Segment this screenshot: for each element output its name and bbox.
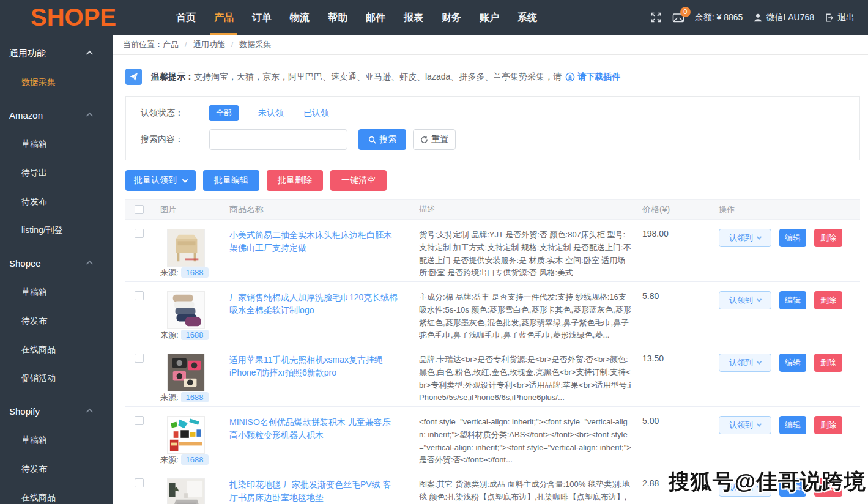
row-checkbox[interactable] [135,478,144,487]
header-actions: 操作 [713,204,735,215]
edit-button[interactable]: 编辑 [779,354,806,372]
product-price: 198.00 [642,229,713,281]
claim-dropdown-button[interactable]: 认领到 [719,291,771,309]
row-checkbox[interactable] [135,229,144,238]
product-name-link[interactable]: MINISO名创优品爆款拼装积木 儿童兼容乐高小颗粒变形机器人积木 [229,416,419,469]
user-menu[interactable]: 微信LAU768 [753,12,814,23]
nav-item-reports[interactable]: 报表 [395,0,432,35]
claim-dropdown-button[interactable]: 认领到 [719,416,771,434]
delete-button[interactable]: 删除 [814,416,842,434]
source-badge[interactable]: 1688 [181,267,209,278]
edit-button[interactable]: 编辑 [779,291,806,309]
select-all-checkbox[interactable] [135,205,144,214]
sidebar-group-label: Shopify [9,406,40,417]
balance-text: 余额: ¥ 8865 [695,12,743,23]
logout-button[interactable]: 退出 [825,12,855,23]
product-price: 5.00 [642,416,713,469]
sidebar-item-shopee-to-publish[interactable]: 待发布 [0,306,113,335]
breadcrumb-item-data-collection[interactable]: 数据采集 [239,40,271,49]
source-badge[interactable]: 1688 [181,454,209,465]
product-name-link[interactable]: 厂家销售纯棉成人加厚洗脸毛巾120克长绒棉吸水全棉柔软订制logo [229,291,419,344]
sidebar-group-shopify[interactable]: Shopify [0,396,113,426]
delete-button[interactable]: 删除 [814,478,842,497]
chevron-down-icon [757,421,762,426]
chevron-down-icon [757,359,762,364]
sidebar-item-shopify-drafts[interactable]: 草稿箱 [0,426,113,454]
nav-item-account[interactable]: 账户 [470,0,508,35]
edit-button[interactable]: 编辑 [779,478,806,497]
status-option-all[interactable]: 全部 [209,105,239,121]
chevron-down-icon [757,484,762,489]
nav-item-system[interactable]: 系统 [508,0,546,35]
edit-button[interactable]: 编辑 [779,229,806,247]
nav-item-home[interactable]: 首页 [167,0,205,35]
sidebar-group-general[interactable]: 通用功能 [0,39,113,68]
sidebar-item-data-collection[interactable]: 数据采集 [0,68,113,97]
sidebar-item-amazon-to-export[interactable]: 待导出 [0,158,113,187]
status-option-claimed[interactable]: 已认领 [303,108,329,119]
row-checkbox[interactable] [135,354,144,363]
sidebar-group-amazon[interactable]: Amazon [0,100,113,130]
source-badge[interactable]: 1688 [181,392,209,402]
product-name-link[interactable]: 适用苹果11手机壳照相机xsmax复古挂绳iPhone7防摔xr拍照6新款pro [229,354,419,406]
batch-claim-button[interactable]: 批量认领到 [125,170,196,191]
nav-item-logistics[interactable]: 物流 [281,0,319,35]
table-row: 来源:1688 扎染印花地毯 厂家批发渐变色丝毛PV绒 客厅书房床边卧室地毯地垫… [125,469,860,504]
download-plugin-link[interactable]: 请下载插件 [577,72,620,83]
product-image[interactable] [167,229,205,267]
sidebar-item-amazon-drafts[interactable]: 草稿箱 [0,130,113,158]
source-badge[interactable]: 1688 [181,330,209,340]
nav-item-orders[interactable]: 订单 [243,0,281,35]
source-label: 来源: [160,330,179,339]
product-name-link[interactable]: 小美式简易二抽全实木床头柜床边柜白胚木架佛山工厂支持定做 [229,229,419,281]
nav-item-products[interactable]: 产品 [205,0,243,35]
clear-all-button[interactable]: 一键清空 [330,170,387,191]
search-label: 搜索内容： [141,134,195,145]
product-image[interactable] [167,416,205,454]
nav-item-finance[interactable]: 财务 [432,0,470,35]
product-image[interactable] [167,291,205,329]
product-description: 品牌:卡瑞达<br>是否专利货源:是<br>是否外贸:否<br>颜色:黑色,白色… [419,354,642,406]
chevron-down-icon [182,177,188,183]
sidebar-item-shopee-promotions[interactable]: 促销活动 [0,364,113,393]
breadcrumb-item-general[interactable]: 通用功能 [193,40,225,49]
sidebar-item-shopee-online[interactable]: 在线商品 [0,335,113,364]
sidebar-item-shopify-to-publish[interactable]: 待发布 [0,454,113,483]
row-checkbox[interactable] [135,291,144,300]
product-image[interactable] [167,478,205,504]
sidebar-group-shopee[interactable]: Shopee [0,248,113,278]
delete-button[interactable]: 删除 [814,291,842,309]
claim-dropdown-button[interactable]: 认领到 [719,354,771,372]
nav-item-help[interactable]: 帮助 [319,0,357,35]
batch-delete-button[interactable]: 批量删除 [267,170,323,191]
product-price: 5.80 [642,291,713,344]
source-label: 来源: [160,455,179,464]
sidebar-item-amazon-to-publish[interactable]: 待发布 [0,187,113,216]
sidebar-item-shopify-online[interactable]: 在线商品 [0,483,113,504]
product-image[interactable] [167,354,205,391]
mail-icon[interactable]: 0 [672,12,684,23]
sidebar-item-amazon-listing[interactable]: listing/刊登 [0,216,113,245]
claim-status-row: 认领状态： 全部 未认领 已认领 [126,105,859,121]
content: 温馨提示： 支持淘宝，天猫，京东，阿里巴巴、速卖通、亚马逊、虾皮、lazada、… [113,69,868,504]
row-checkbox[interactable] [135,416,144,425]
fullscreen-icon[interactable] [650,12,662,23]
header-name: 商品名称 [229,203,419,216]
search-button[interactable]: 搜索 [358,129,406,150]
edit-button[interactable]: 编辑 [779,416,806,434]
claim-status-label: 认领状态： [141,108,195,119]
sidebar-item-shopee-drafts[interactable]: 草稿箱 [0,278,113,306]
claim-dropdown-button[interactable]: 认领到 [719,229,771,247]
chevron-down-icon [757,297,762,302]
reset-button[interactable]: 重置 [413,129,456,150]
status-option-unclaimed[interactable]: 未认领 [258,108,284,119]
search-input[interactable] [209,129,347,150]
breadcrumb-item-products[interactable]: 产品 [163,40,179,49]
delete-button[interactable]: 删除 [814,229,842,247]
notice-bar: 温馨提示： 支持淘宝，天猫，京东，阿里巴巴、速卖通、亚马逊、虾皮、lazada、… [125,69,860,85]
nav-item-mail[interactable]: 邮件 [357,0,395,35]
product-name-link[interactable]: 扎染印花地毯 厂家批发渐变色丝毛PV绒 客厅书房床边卧室地毯地垫 [229,478,419,504]
delete-button[interactable]: 删除 [814,354,842,372]
claim-dropdown-button[interactable]: 认领到 [719,478,771,497]
batch-edit-button[interactable]: 批量编辑 [203,170,259,191]
